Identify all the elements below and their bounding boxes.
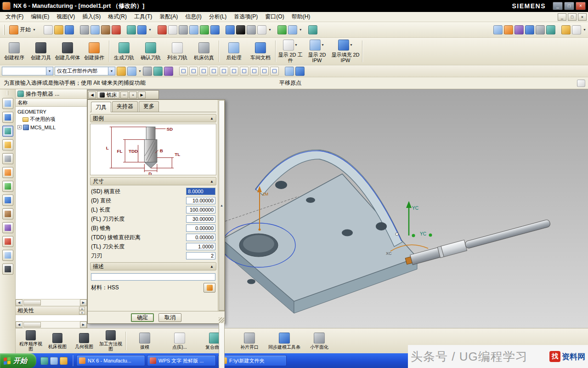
- scroll-track[interactable]: [23, 322, 80, 328]
- section-spinner[interactable]: ▲ ▼: [79, 307, 85, 315]
- save-icon[interactable]: [65, 25, 74, 34]
- navigator-column-header[interactable]: 名称: [16, 99, 87, 107]
- list-toolpath-button[interactable]: 列出刀轨: [164, 39, 191, 64]
- flute-length-input[interactable]: 30.00000: [186, 215, 215, 223]
- task-button-nx[interactable]: NX 6 - Manufactu...: [76, 355, 145, 366]
- shop-documentation-button[interactable]: 车间文档: [247, 39, 274, 64]
- minimize-button[interactable]: _: [553, 2, 563, 10]
- reuse-library-icon[interactable]: [2, 167, 13, 178]
- new-file-icon[interactable]: [44, 25, 53, 34]
- point-button[interactable]: 点(E)...: [162, 333, 197, 350]
- navigate-icon[interactable]: [525, 25, 534, 34]
- chevron-down-icon[interactable]: ▼: [46, 67, 53, 75]
- layout-grid-icon[interactable]: [158, 25, 167, 34]
- tip-length-input[interactable]: 1.0000: [186, 243, 215, 250]
- navigator-h-scrollbar[interactable]: ◀ ▶: [16, 299, 87, 306]
- assembly-navigator-icon[interactable]: [2, 98, 13, 109]
- chevron-down-icon[interactable]: ▼: [148, 28, 152, 31]
- description-input[interactable]: [91, 273, 215, 281]
- draft-button[interactable]: 拔模: [127, 333, 162, 350]
- command-finder-icon[interactable]: [137, 25, 147, 34]
- patch-opening-button[interactable]: 补片开口: [232, 333, 267, 350]
- operation-navigator-icon[interactable]: [2, 126, 13, 137]
- facet-body-button[interactable]: 小平面化: [302, 333, 337, 350]
- collapse-icon[interactable]: ▲: [210, 264, 214, 269]
- dialog-rail-tab[interactable]: 铣床: [97, 91, 119, 98]
- tree-row-mcs-mill[interactable]: + MCS_MILL: [16, 123, 87, 131]
- face-analysis-icon[interactable]: [247, 25, 256, 34]
- create-geometry-button[interactable]: 创建几何体: [54, 39, 81, 64]
- menu-item-information[interactable]: 信息(I): [181, 12, 205, 22]
- roles-icon[interactable]: [2, 250, 13, 261]
- notes-icon[interactable]: [577, 80, 585, 87]
- magnifier-icon[interactable]: [285, 67, 294, 76]
- scroll-left-icon[interactable]: ◀: [16, 299, 23, 306]
- dependencies-section-header[interactable]: 相关性 ▲ ▼: [16, 306, 87, 315]
- tab-holder[interactable]: 夹持器: [112, 101, 138, 112]
- pan-icon[interactable]: [210, 25, 220, 34]
- shaded-view-icon[interactable]: [226, 25, 235, 34]
- close-button[interactable]: ×: [576, 2, 586, 10]
- start-menu-button[interactable]: 开始 ▼: [7, 25, 38, 35]
- chevron-down-icon[interactable]: ▼: [108, 67, 115, 75]
- snap-point-on-curve-icon[interactable]: [250, 67, 259, 75]
- snap-endpoint-icon[interactable]: [189, 67, 198, 75]
- snap-quadrant-icon[interactable]: [230, 67, 238, 75]
- workpiece-solid[interactable]: [222, 174, 417, 313]
- toolbar-grip[interactable]: [3, 25, 5, 35]
- chevron-down-icon[interactable]: ▼: [138, 69, 141, 73]
- spin-up-icon[interactable]: ▲: [79, 307, 85, 310]
- dialog-forward-icon[interactable]: ▶: [138, 92, 146, 98]
- mdi-restore-button[interactable]: □: [568, 13, 577, 21]
- open-file-icon[interactable]: [54, 25, 63, 34]
- rectangle-select-icon[interactable]: [179, 67, 188, 75]
- scroll-right-icon[interactable]: ▶: [80, 299, 87, 306]
- rendering-style-icon[interactable]: [236, 25, 245, 34]
- dimensions-section-header[interactable]: 尺寸 ▲: [90, 177, 216, 185]
- snapshot-icon[interactable]: [308, 25, 317, 34]
- delete-icon[interactable]: [112, 25, 121, 34]
- wcs-orient-icon[interactable]: [277, 25, 287, 34]
- snap-existing-point-icon[interactable]: [240, 67, 249, 75]
- background-icon[interactable]: [257, 25, 266, 34]
- dialog-minimize-icon[interactable]: ─: [120, 92, 128, 98]
- process-studio-icon[interactable]: [2, 222, 13, 233]
- shank-diameter-input[interactable]: 8.0000: [186, 188, 215, 195]
- cut-icon[interactable]: [80, 25, 89, 34]
- show-2d-workpiece-button[interactable]: ▼ 显示 2D 工件: [277, 39, 304, 64]
- milling-tool[interactable]: [405, 218, 551, 267]
- part-navigator-icon[interactable]: [2, 139, 13, 150]
- composite-curve-button[interactable]: 复合曲线: [197, 333, 232, 350]
- internet-explorer-icon[interactable]: [50, 357, 58, 365]
- window-display-icon[interactable]: [168, 25, 177, 34]
- rotate-view-icon[interactable]: [504, 25, 513, 34]
- undo-icon[interactable]: [127, 25, 136, 34]
- scroll-thumb[interactable]: [23, 322, 41, 328]
- generate-toolpath-button[interactable]: 生成刀轨: [111, 39, 137, 64]
- machine-tool-view-button[interactable]: 机床视图: [44, 333, 71, 349]
- mdi-minimize-button[interactable]: _: [558, 13, 566, 21]
- mdi-close-button[interactable]: ×: [578, 13, 587, 21]
- scroll-track[interactable]: [23, 299, 80, 306]
- chevron-down-icon[interactable]: ▼: [268, 28, 271, 31]
- program-order-view-button[interactable]: 程序顺序视图: [17, 330, 44, 351]
- menu-item-format[interactable]: 格式(R): [104, 12, 130, 22]
- dependencies-h-scrollbar[interactable]: ◀ ▶: [16, 321, 87, 328]
- material-library-button[interactable]: [204, 283, 215, 293]
- geometry-view-button[interactable]: 几何视图: [71, 333, 97, 349]
- postprocess-button[interactable]: 后处理: [220, 39, 247, 64]
- filter-selection-icon[interactable]: [153, 67, 163, 76]
- cancel-button[interactable]: 取消: [158, 313, 181, 322]
- scroll-up-icon[interactable]: ▲: [219, 100, 225, 310]
- select-arrow-icon[interactable]: [536, 25, 545, 34]
- scroll-thumb[interactable]: [23, 300, 41, 305]
- synchronous-modeling-toolbar-button[interactable]: 同步建模工具条: [267, 333, 302, 350]
- copy-icon[interactable]: [90, 25, 100, 34]
- selection-scope-combo[interactable]: 仅在工作部件内部 ▼: [55, 67, 115, 75]
- task-button-folder[interactable]: F:\y\新建文件夹: [218, 355, 287, 366]
- spin-down-icon[interactable]: ▼: [79, 311, 85, 315]
- datum-plane-icon[interactable]: [288, 25, 297, 34]
- machine-simulation-button[interactable]: 机床仿真: [191, 39, 217, 64]
- scroll-right-icon[interactable]: ▶: [80, 322, 87, 328]
- legend-section-header[interactable]: 图例 ▲: [90, 114, 216, 122]
